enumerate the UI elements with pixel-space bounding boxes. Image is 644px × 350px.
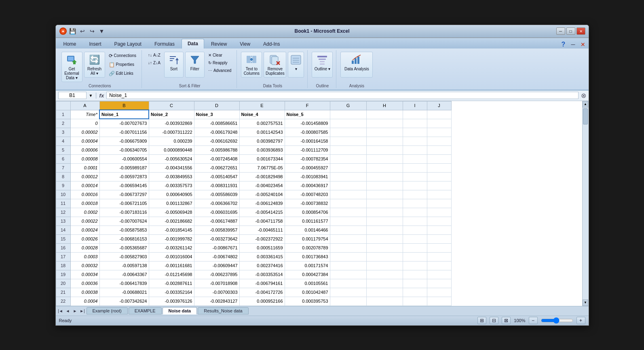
cell[interactable]: 0.0000890448 [149,145,194,154]
cell[interactable]: -0.005414215 [239,208,285,217]
cell[interactable]: -0.005365687 [99,243,149,252]
sheet-nav-first[interactable]: |◄ [57,308,64,314]
row-header[interactable]: 2 [56,119,70,128]
cell[interactable] [427,217,451,226]
cell[interactable]: 7.06775E-05 [239,163,285,172]
col-header-d[interactable]: D [194,101,239,110]
cell[interactable]: 0.000511659 [239,243,285,252]
cell[interactable]: -0.000436917 [285,181,330,190]
cell[interactable]: 0.002374416 [239,261,285,270]
sort-az-button[interactable]: ↑↓ A↓Z [146,52,163,59]
cell[interactable] [366,279,403,288]
sheet-tab-noise-data[interactable]: Noise data [163,307,197,314]
cell[interactable]: -0.007018908 [194,279,239,288]
cell[interactable]: -0.001016004 [149,252,194,261]
tab-formulas[interactable]: Formulas [148,40,181,48]
tab-page-layout[interactable]: Page Layout [108,40,148,48]
row-header[interactable]: 10 [56,190,70,199]
tab-review[interactable]: Review [205,40,233,48]
cell[interactable]: -0.006721105 [99,199,149,208]
cell[interactable]: 0.000395753 [285,297,330,306]
cell[interactable]: -0.001999782 [149,234,194,243]
cell[interactable]: -0.00674802 [194,252,239,261]
cell[interactable] [427,243,451,252]
sheet-nav-prev[interactable]: ◄ [65,308,71,314]
cell[interactable]: -0.00700303 [194,288,239,297]
row-header[interactable]: 17 [56,252,70,261]
cell[interactable]: -0.007245408 [194,154,239,163]
cell[interactable] [330,145,366,154]
page-layout-view-button[interactable]: ⊟ [490,317,498,324]
cell[interactable]: 0.002757531 [239,119,285,128]
cell[interactable]: 0.001142543 [239,128,285,137]
cell[interactable]: -0.0007311222 [149,128,194,137]
cell[interactable]: -0.003357573 [149,181,194,190]
cell[interactable]: -0.006179248 [194,128,239,137]
data-validation-button[interactable]: ▾ [288,52,304,78]
row-header[interactable]: 6 [56,154,70,163]
cell[interactable]: 0.000854706 [285,208,330,217]
cell[interactable]: 0.00016 [70,190,99,199]
cell[interactable] [403,119,427,128]
cell[interactable]: 0.0003 [70,252,99,261]
cell[interactable] [427,172,451,181]
row-header[interactable]: 16 [56,243,70,252]
cell[interactable] [366,252,403,261]
row-header[interactable]: 21 [56,288,70,297]
zoom-out-button[interactable]: − [529,317,538,324]
cell[interactable] [330,190,366,199]
cell[interactable]: -0.005986788 [194,145,239,154]
cell[interactable]: -0.001112709 [285,145,330,154]
cell[interactable]: 0.0002 [70,208,99,217]
cell[interactable]: -0.002843127 [194,297,239,306]
cell[interactable] [403,128,427,137]
cell[interactable]: -0.003849553 [149,172,194,181]
cell[interactable] [427,252,451,261]
row-header[interactable]: 22 [56,297,70,306]
cell[interactable]: -0.00643367 [99,270,149,279]
cell[interactable]: -0.000738832 [285,199,330,208]
cell[interactable]: 0.001161577 [285,217,330,226]
cell[interactable]: -0.007342624 [99,297,149,306]
cell[interactable] [427,261,451,270]
cell[interactable] [330,226,366,234]
grid-container[interactable]: A B C D E F G H I J 1Time*Noise_1Noise_2… [56,101,582,306]
cell[interactable] [403,243,427,252]
cell[interactable] [427,163,451,172]
cell[interactable]: -0.000782354 [285,154,330,163]
cell[interactable] [427,199,451,208]
cell[interactable] [330,288,366,297]
redo-quick-button[interactable]: ↪ [88,27,96,35]
formula-input[interactable] [106,92,578,99]
cell[interactable]: -0.003976126 [149,297,194,306]
cell[interactable]: -0.006237895 [194,270,239,279]
cell-reference-input[interactable] [58,92,87,99]
cell[interactable]: -0.005586039 [194,190,239,199]
cell[interactable] [366,172,403,181]
row-header[interactable]: 11 [56,199,70,208]
cell[interactable] [403,181,427,190]
connections-button[interactable]: ⟳ Connections [107,52,139,60]
cell[interactable]: 0.001132867 [149,199,194,208]
col-header-f[interactable]: F [285,101,330,110]
cell[interactable]: -0.005827903 [99,252,149,261]
scroll-up-button[interactable]: ▲ [583,101,588,108]
row-header[interactable]: 4 [56,137,70,145]
cell[interactable]: 0.00028 [70,243,99,252]
cell[interactable]: -0.005630524 [149,154,194,163]
cell[interactable]: -0.00600554 [99,154,149,163]
cell[interactable] [330,252,366,261]
row-header[interactable]: 8 [56,172,70,181]
cell[interactable]: 0.001042487 [285,288,330,297]
cell[interactable]: -0.006162692 [194,137,239,145]
cell[interactable] [366,226,403,234]
cell[interactable] [403,145,427,154]
cell[interactable]: 0.001179754 [285,234,330,243]
advanced-button[interactable]: ⋯ Advanced [206,67,233,74]
cell[interactable] [427,297,451,306]
cell[interactable] [366,288,403,297]
cell[interactable]: 0.00012 [70,172,99,181]
cell[interactable] [403,190,427,199]
sheet-nav-next[interactable]: ► [72,308,78,314]
cell[interactable] [366,119,403,128]
